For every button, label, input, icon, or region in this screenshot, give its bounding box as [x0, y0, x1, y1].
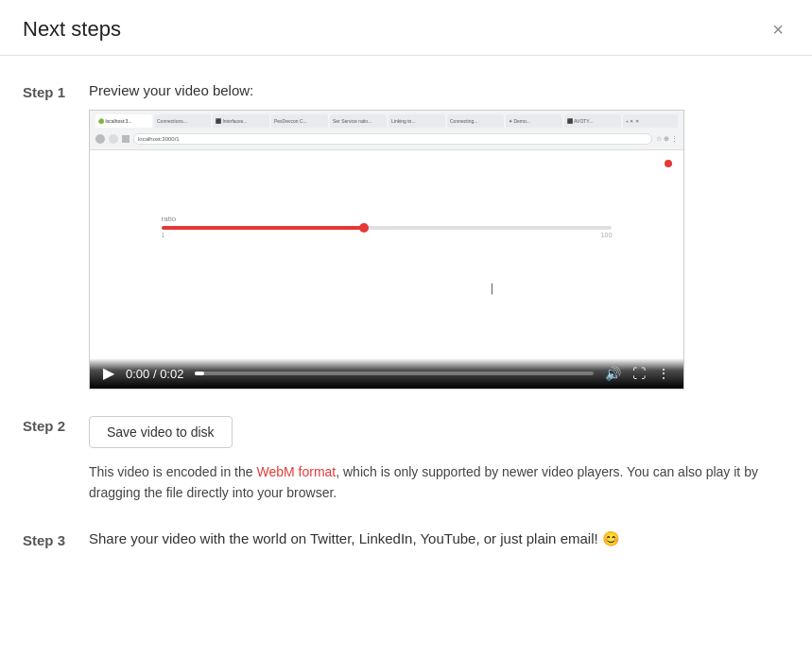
browser-tabs: 🟢 localhost:3... Connections... ⬛ Interf…: [95, 114, 678, 130]
step-3-content: Share your video with the world on Twitt…: [89, 530, 789, 547]
browser-tab-6[interactable]: Linking to...: [389, 114, 445, 128]
time-display: 0:00 / 0:02: [126, 367, 183, 381]
video-preview-wrapper: 🟢 localhost:3... Connections... ⬛ Interf…: [89, 110, 684, 390]
slider-thumb: [359, 223, 369, 233]
browser-tab-2[interactable]: Connections...: [154, 114, 211, 128]
browser-tab-3[interactable]: ⬛ Interfaces...: [213, 114, 269, 128]
share-text: Share your video with the world on Twitt…: [89, 530, 620, 546]
step-1-label: Step 1: [23, 82, 89, 100]
slider-label: ratio: [162, 215, 613, 223]
red-dot-indicator: [665, 160, 672, 167]
next-steps-dialog: Next steps × Step 1 Preview your video b…: [0, 0, 812, 658]
forward-button[interactable]: [109, 134, 118, 144]
slider-min: 1: [162, 232, 165, 238]
refresh-button[interactable]: [122, 135, 130, 143]
progress-bar-fill: [195, 372, 204, 375]
browser-tab-5[interactable]: Ser Service ratio...: [330, 114, 387, 128]
browser-tab-active[interactable]: 🟢 localhost:3...: [95, 114, 152, 128]
browser-tab-9[interactable]: ⬛ AVOTY...: [564, 114, 621, 128]
close-button[interactable]: ×: [767, 18, 789, 41]
play-button[interactable]: ▶: [103, 366, 114, 381]
volume-button[interactable]: 🔊: [605, 366, 621, 381]
info-text: This video is encoded in the WebM format…: [89, 461, 769, 504]
save-video-button[interactable]: Save video to disk: [89, 416, 233, 448]
step-2-label: Step 2: [23, 416, 89, 434]
info-text-before: This video is encoded in the: [89, 464, 256, 479]
slider-nums: 1 100: [162, 232, 613, 238]
step-1-description: Preview your video below:: [89, 82, 789, 98]
more-options-button[interactable]: ⋮: [657, 366, 670, 381]
address-bar[interactable]: localhost:3000/1: [133, 133, 652, 145]
dialog-header: Next steps ×: [0, 0, 812, 56]
browser-addressbar: localhost:3000/1 ☆ ⊕ ⋮: [95, 132, 678, 146]
dialog-body: Step 1 Preview your video below: 🟢 local…: [0, 56, 812, 597]
step-2-row: Step 2 Save video to disk This video is …: [23, 416, 789, 504]
slider-max: 100: [601, 232, 613, 238]
slider-fill: [162, 226, 365, 230]
fullscreen-button[interactable]: ⛶: [632, 366, 646, 381]
browser-mockup: 🟢 localhost:3... Connections... ⬛ Interf…: [90, 111, 683, 150]
browser-content-area: ratio 1 100 ▏: [90, 150, 683, 358]
video-controls-bar: ▶ 0:00 / 0:02 🔊 ⛶ ⋮: [90, 358, 683, 389]
step-3-row: Step 3 Share your video with the world o…: [23, 530, 789, 548]
dialog-title: Next steps: [23, 17, 121, 42]
browser-tab-4[interactable]: PexDevcon C...: [271, 114, 328, 128]
step-1-content: Preview your video below: 🟢 localhost:3.…: [89, 82, 789, 390]
step-1-row: Step 1 Preview your video below: 🟢 local…: [23, 82, 789, 390]
cursor-indicator: ▏: [492, 284, 499, 294]
browser-tab-8[interactable]: ✦ Demo...: [506, 114, 562, 128]
browser-tab-new[interactable]: + ✕ ✕: [623, 114, 678, 128]
progress-bar[interactable]: [195, 372, 594, 375]
slider-track[interactable]: [162, 226, 613, 230]
back-button[interactable]: [95, 134, 105, 144]
webm-format-link[interactable]: WebM format: [256, 464, 336, 479]
step-2-content: Save video to disk This video is encoded…: [89, 416, 789, 504]
step-3-label: Step 3: [23, 530, 89, 548]
slider-area: ratio 1 100: [162, 215, 613, 238]
browser-tab-7[interactable]: Connecting...: [447, 114, 504, 128]
